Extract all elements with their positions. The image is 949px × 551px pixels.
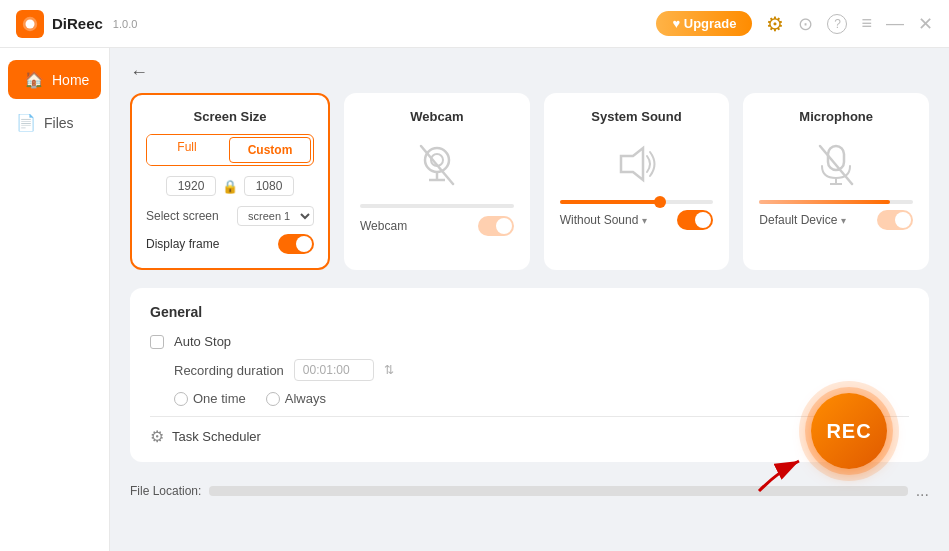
auto-stop-label: Auto Stop [174,334,231,349]
app-version: 1.0.0 [113,18,137,30]
dimensions-row: 🔒 [166,176,294,196]
mic-slider-fill [759,200,890,204]
task-gear-icon: ⚙ [150,427,164,446]
system-sound-slider[interactable] [560,200,714,204]
webcam-title: Webcam [410,109,463,124]
webcam-slider[interactable] [360,204,514,208]
menu-icon[interactable]: ≡ [861,13,872,34]
recording-duration-row: Recording duration ⇅ [150,359,909,381]
svg-point-2 [425,148,449,172]
divider [150,416,909,417]
webcam-icon [411,138,463,190]
sidebar-item-home[interactable]: 🏠 Home [8,60,101,99]
mic-icon-wrap [806,134,866,194]
file-location-dots[interactable]: ... [916,482,929,500]
mic-toggle[interactable] [877,210,913,230]
display-frame-row: Display frame [146,234,314,254]
height-input[interactable] [244,176,294,196]
file-location-label: File Location: [130,484,201,498]
screen-size-card: Screen Size Full Custom 🔒 Select screen … [130,93,330,270]
always-radio[interactable] [266,392,280,406]
task-scheduler-label: Task Scheduler [172,429,261,444]
sound-dropdown-chevron[interactable]: ▾ [642,215,647,226]
screen-select[interactable]: screen 1 [237,206,314,226]
rec-button[interactable]: REC [811,393,887,469]
system-sound-toggle[interactable] [677,210,713,230]
rec-outer-ring: REC [799,381,899,481]
system-sound-toggle-thumb [695,212,711,228]
webcam-card: Webcam [344,93,530,270]
system-sound-title: System Sound [591,109,681,124]
mic-toggle-thumb [895,212,911,228]
mic-select-wrap: Default Device ▾ [759,213,846,227]
lock-icon: 🔒 [222,179,238,194]
recording-duration-label: Recording duration [174,363,284,378]
webcam-toggle-thumb [496,218,512,234]
microphone-title: Microphone [799,109,873,124]
back-button[interactable]: ← [130,62,148,83]
mic-slider[interactable] [759,200,913,204]
select-screen-label: Select screen [146,209,219,223]
mic-bottom-row: Default Device ▾ [759,210,913,230]
system-sound-bottom-row: Without Sound ▾ [560,210,714,230]
mic-device-label: Default Device [759,213,837,227]
webcam-label: Webcam [360,219,407,233]
sidebar-item-files[interactable]: 📄 Files [0,103,109,142]
sound-select-wrap: Without Sound ▾ [560,213,648,227]
system-sound-icon [611,138,663,190]
select-screen-row: Select screen screen 1 [146,206,314,226]
width-input[interactable] [166,176,216,196]
svg-point-1 [26,19,35,28]
always-option[interactable]: Always [266,391,326,406]
auto-stop-row: Auto Stop [150,334,909,349]
system-sound-slider-fill [560,200,660,204]
recording-duration-input[interactable] [294,359,374,381]
system-sound-thumb [654,196,666,208]
app-name: DiReec [52,15,103,32]
full-tab[interactable]: Full [147,135,227,165]
one-time-option[interactable]: One time [174,391,246,406]
rec-arrow [749,441,809,501]
mic-icon [810,138,862,190]
display-frame-label: Display frame [146,237,219,251]
minimize-icon[interactable]: — [886,13,904,34]
rec-inner-ring: REC [805,387,893,475]
duration-spinner[interactable]: ⇅ [384,363,394,377]
one-time-label: One time [193,391,246,406]
camera-circle-icon[interactable]: ⊙ [798,13,813,35]
coin-icon[interactable]: ⚙ [766,12,784,36]
webcam-toggle[interactable] [478,216,514,236]
display-frame-toggle[interactable] [278,234,314,254]
webcam-icon-wrap [407,134,467,194]
mic-dropdown-chevron[interactable]: ▾ [841,215,846,226]
display-frame-toggle-thumb [296,236,312,252]
system-sound-card: System Sound [544,93,730,270]
microphone-card: Microphone [743,93,929,270]
home-icon: 🏠 [24,70,44,89]
help-icon[interactable]: ? [827,14,847,34]
cards-row: Screen Size Full Custom 🔒 Select screen … [130,93,929,270]
webcam-bottom-row: Webcam [360,216,514,236]
system-sound-icon-wrap [607,134,667,194]
auto-stop-checkbox[interactable] [150,335,164,349]
sidebar-item-home-label: Home [52,72,89,88]
always-label: Always [285,391,326,406]
sidebar: 🏠 Home 📄 Files [0,48,110,551]
custom-tab[interactable]: Custom [229,137,311,163]
title-bar: DiReec 1.0.0 ♥ Upgrade ⚙ ⊙ ? ≡ — ✕ [0,0,949,48]
size-tabs: Full Custom [146,134,314,166]
upgrade-button[interactable]: ♥ Upgrade [656,11,752,36]
title-bar-left: DiReec 1.0.0 [16,10,137,38]
rec-container: REC [799,381,899,481]
close-icon[interactable]: ✕ [918,13,933,35]
content-wrapper: ← Screen Size Full Custom 🔒 [110,48,949,551]
sidebar-item-files-label: Files [44,115,74,131]
screen-size-title: Screen Size [194,109,267,124]
general-title: General [150,304,909,320]
svg-marker-7 [621,148,643,180]
app-logo [16,10,44,38]
one-time-radio[interactable] [174,392,188,406]
title-bar-right: ♥ Upgrade ⚙ ⊙ ? ≡ — ✕ [656,11,933,36]
without-sound-label: Without Sound [560,213,639,227]
files-icon: 📄 [16,113,36,132]
